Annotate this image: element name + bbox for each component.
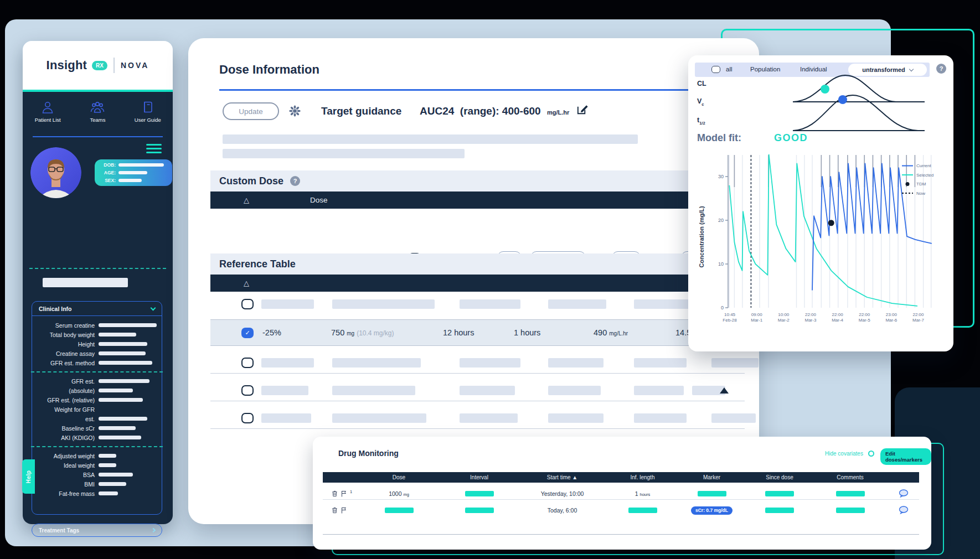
redacted-cell-bar [332, 386, 415, 395]
row-cell [813, 491, 888, 496]
clinical-info-row: AKI (KDIGO) [37, 433, 157, 442]
trash-icon[interactable] [332, 490, 338, 497]
redacted-teal-bar [465, 491, 494, 496]
model-fit-label: Model fit: [697, 132, 741, 144]
dashed-divider [29, 268, 166, 269]
row-checkbox-checked[interactable]: ✓ [241, 328, 254, 338]
hide-covariates-link[interactable]: Hide covariates [825, 451, 863, 457]
clinical-info-row: BMI [37, 479, 157, 489]
redacted-teal-bar [698, 491, 726, 496]
clinical-info-row: GFR est. method [37, 358, 157, 368]
sidebar-item-user-guide[interactable]: User Guide [126, 101, 170, 123]
column-header-start-time[interactable]: Start time ▲ [517, 474, 608, 480]
row-cell [442, 491, 517, 496]
edit-doses-markers-button[interactable]: Edit doses/markers [880, 448, 931, 465]
svg-text:30: 30 [718, 174, 724, 179]
auc-value: 490 mg/L.hr [594, 328, 628, 337]
gear-icon[interactable] [288, 104, 302, 120]
clinical-field-label: Serum creatine [37, 322, 99, 329]
reference-row-skeleton[interactable] [210, 353, 745, 374]
row-action-icons [323, 507, 356, 514]
table-bottom-border [323, 534, 919, 535]
row-cell: Today, 6:00 [517, 507, 608, 514]
clinical-info-row: Baseline sCr [37, 423, 157, 433]
row-cell [746, 508, 813, 513]
help-question-icon[interactable]: ? [290, 176, 300, 186]
tab-population[interactable]: Population [750, 66, 780, 73]
redacted-value-bar [99, 333, 136, 337]
redacted-cell-bar [634, 299, 689, 309]
redacted-text-bar [223, 149, 465, 158]
row-checkbox[interactable] [241, 413, 254, 423]
svg-text:Feb-28: Feb-28 [723, 318, 737, 323]
clinical-info-row: Creatine assay [37, 349, 157, 358]
brand-nova: NOVA [121, 61, 149, 70]
row-cell [746, 491, 813, 496]
redacted-text-bar [223, 134, 638, 144]
column-header-marker[interactable]: Marker [677, 474, 746, 480]
update-button[interactable]: Update [223, 102, 279, 120]
reference-row-skeleton[interactable] [210, 380, 745, 401]
dob-label: DOB: [98, 162, 116, 168]
param-thalf: t1/2 [697, 116, 705, 126]
comment-bubble-icon[interactable] [899, 506, 909, 514]
reference-row-skeleton[interactable] [210, 294, 745, 315]
redacted-value-bar [99, 473, 133, 477]
row-cell [677, 491, 746, 496]
sidebar-item-patient-list[interactable]: Patient List [25, 101, 70, 123]
sidebar-item-teams[interactable]: Teams [75, 101, 120, 123]
redacted-value-bar [99, 361, 152, 365]
edit-pencil-icon[interactable] [576, 103, 589, 118]
column-header-interval[interactable]: Interval [442, 474, 517, 480]
target-guidance-value: AUC24 (range): 400-600 [420, 105, 541, 117]
covariates-toggle[interactable] [868, 451, 874, 457]
flag-icon[interactable] [341, 507, 347, 514]
clinical-field-label: BMI [37, 481, 99, 488]
reference-table-title: Reference Table [219, 258, 296, 270]
flag-icon[interactable] [341, 490, 347, 497]
chevron-right-icon [151, 528, 156, 532]
drug-monitoring-row[interactable]: Today, 6:00sCr: 0.7 mg/dL [323, 503, 919, 517]
help-label: Help [25, 470, 32, 483]
redacted-teal-bar [385, 508, 414, 513]
redacted-value-bar [99, 491, 118, 495]
row-cell: sCr: 0.7 mg/dL [677, 506, 746, 515]
svg-text:Mar-1: Mar-1 [751, 318, 762, 323]
svg-text:22:00: 22:00 [832, 312, 844, 317]
redacted-value-bar [99, 463, 116, 467]
redacted-cell-bar [261, 386, 308, 395]
svg-text:10:45: 10:45 [724, 312, 736, 317]
reference-row-skeleton[interactable] [210, 408, 745, 429]
clinical-field-label: AKI (KDIGO) [37, 434, 99, 441]
drug-monitoring-column-header: DoseIntervalStart time ▲Inf. lengthMarke… [323, 472, 919, 483]
sidebar-body: Patient List Teams User Guide [23, 92, 173, 524]
reference-row-selected[interactable]: ✓ -25% 750 mg (10.4 mg/kg) 12 hours 1 ho… [210, 319, 759, 346]
book-icon [141, 101, 154, 114]
redacted-cell-bar [261, 299, 314, 309]
row-checkbox[interactable] [241, 385, 254, 396]
redacted-cell-bar [711, 413, 756, 423]
all-label[interactable]: all [726, 66, 733, 73]
redacted-cell-bar [460, 299, 520, 309]
column-header-dose[interactable]: Dose [356, 474, 442, 480]
clinical-info-header[interactable]: Clinical Info [32, 302, 162, 316]
help-question-icon[interactable]: ? [936, 64, 946, 74]
clinical-info-row: est. [37, 414, 157, 423]
redacted-teal-bar [765, 508, 794, 513]
treatment-tags-button[interactable]: Treatment Tags [32, 524, 162, 537]
svg-text:22:00: 22:00 [913, 312, 925, 317]
column-header-since-dose[interactable]: Since dose [746, 474, 813, 480]
help-tab[interactable]: Help [22, 459, 35, 494]
trash-icon[interactable] [332, 507, 338, 514]
all-checkbox[interactable] [711, 66, 720, 73]
redacted-cell-bar [548, 358, 604, 368]
row-checkbox[interactable] [241, 358, 254, 368]
row-checkbox[interactable] [241, 299, 254, 309]
svg-text:23:00: 23:00 [886, 312, 898, 317]
column-header-comments[interactable]: Comments [813, 474, 888, 480]
comment-bubble-icon[interactable] [899, 489, 909, 498]
reference-table-column-header: △ [210, 275, 745, 292]
column-header-inf-length[interactable]: Inf. length [608, 474, 677, 480]
hamburger-menu-icon[interactable] [146, 144, 162, 156]
redacted-section-title [43, 278, 128, 287]
